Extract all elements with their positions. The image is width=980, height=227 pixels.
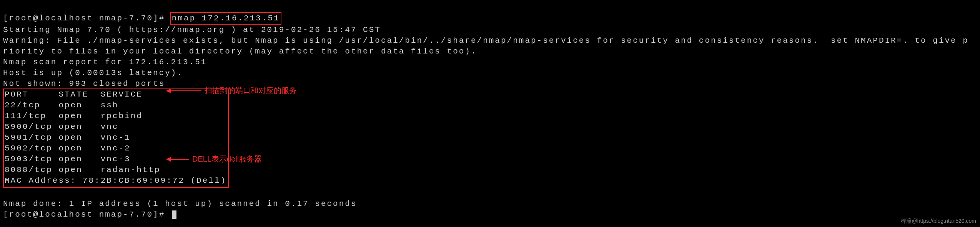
annotation-ports-label: 扫描到的端口和对应的服务 [205, 85, 297, 96]
arrow-left-icon [166, 157, 171, 162]
output-line-starting: Starting Nmap 7.70 ( https://nmap.org ) … [3, 25, 381, 34]
output-line-host-up: Host is up (0.00013s latency). [3, 68, 183, 77]
port-row: 5901/tcp open vnc-1 [5, 133, 131, 142]
ports-table-header: PORT STATE SERVICE [5, 90, 143, 99]
arrow-line-icon [171, 159, 189, 160]
port-row: 22/tcp open ssh [5, 101, 118, 110]
port-row: 5900/tcp open vnc [5, 122, 118, 131]
annotation-mac-label: DELL表示dell服务器 [192, 154, 262, 164]
port-row: 5903/tcp open vnc-3 [5, 155, 131, 164]
annotation-mac-arrow: DELL表示dell服务器 [166, 154, 262, 164]
shell-prompt-2[interactable]: [root@localhost nmap-7.70]# [3, 210, 171, 219]
output-line-scan-report: Nmap scan report for 172.16.213.51 [3, 58, 207, 67]
port-row: 5902/tcp open vnc-2 [5, 144, 131, 153]
output-line-not-shown: Not shown: 993 closed ports [3, 79, 165, 88]
annotation-ports-arrow: 扫描到的端口和对应的服务 [166, 85, 297, 96]
ports-highlight-box: PORT STATE SERVICE 22/tcp open ssh 111/t… [3, 88, 229, 188]
shell-prompt-1: [root@localhost nmap-7.70]# [3, 14, 171, 23]
output-line-warning: Warning: File ./nmap-services exists, bu… [3, 35, 972, 57]
arrow-left-icon [166, 88, 171, 93]
nmap-command: nmap 172.16.213.51 [172, 14, 280, 23]
output-line-done: Nmap done: 1 IP address (1 host up) scan… [3, 199, 357, 208]
watermark-text: 梓潼@https://blog.ntan520.com [901, 218, 976, 225]
command-highlight-box: nmap 172.16.213.51 [170, 12, 281, 25]
port-row: 8088/tcp open radan-http [5, 165, 161, 174]
port-row: 111/tcp open rpcbind [5, 112, 143, 120]
mac-address-line: MAC Address: 78:2B:CB:69:09:72 (Dell) [5, 176, 226, 185]
arrow-line-icon [171, 90, 201, 91]
terminal-output: [root@localhost nmap-7.70]# nmap 172.16.… [0, 0, 980, 222]
cursor-icon [172, 210, 176, 219]
